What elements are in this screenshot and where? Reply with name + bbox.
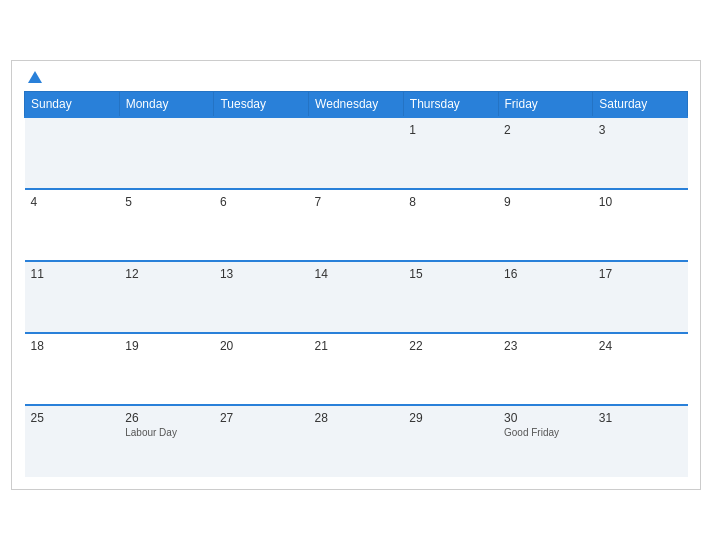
calendar-cell: 27 xyxy=(214,405,309,477)
day-number: 2 xyxy=(504,123,587,137)
calendar-body: 1234567891011121314151617181920212223242… xyxy=(25,117,688,477)
day-number: 19 xyxy=(125,339,208,353)
calendar-cell: 31 xyxy=(593,405,688,477)
calendar-cell: 25 xyxy=(25,405,120,477)
calendar-cell xyxy=(214,117,309,189)
weekday-header: Sunday xyxy=(25,92,120,118)
weekday-header: Monday xyxy=(119,92,214,118)
calendar-cell: 11 xyxy=(25,261,120,333)
calendar-cell: 5 xyxy=(119,189,214,261)
weekday-header: Tuesday xyxy=(214,92,309,118)
day-number: 23 xyxy=(504,339,587,353)
day-number: 15 xyxy=(409,267,492,281)
calendar-week-row: 123 xyxy=(25,117,688,189)
calendar-cell: 26Labour Day xyxy=(119,405,214,477)
calendar-cell: 4 xyxy=(25,189,120,261)
calendar-cell: 17 xyxy=(593,261,688,333)
weekday-header-row: SundayMondayTuesdayWednesdayThursdayFrid… xyxy=(25,92,688,118)
calendar-cell: 21 xyxy=(309,333,404,405)
day-number: 11 xyxy=(31,267,114,281)
day-number: 24 xyxy=(599,339,682,353)
calendar-cell: 23 xyxy=(498,333,593,405)
calendar-cell xyxy=(309,117,404,189)
day-number: 9 xyxy=(504,195,587,209)
day-number: 4 xyxy=(31,195,114,209)
calendar-cell: 29 xyxy=(403,405,498,477)
calendar-cell: 1 xyxy=(403,117,498,189)
calendar-cell: 9 xyxy=(498,189,593,261)
holiday-label: Good Friday xyxy=(504,427,587,438)
calendar-cell xyxy=(119,117,214,189)
day-number: 31 xyxy=(599,411,682,425)
calendar-cell: 12 xyxy=(119,261,214,333)
day-number: 1 xyxy=(409,123,492,137)
weekday-header: Wednesday xyxy=(309,92,404,118)
calendar-cell: 6 xyxy=(214,189,309,261)
day-number: 30 xyxy=(504,411,587,425)
calendar-cell: 13 xyxy=(214,261,309,333)
calendar-cell: 22 xyxy=(403,333,498,405)
day-number: 7 xyxy=(315,195,398,209)
calendar-cell xyxy=(25,117,120,189)
logo-triangle-icon xyxy=(28,71,42,83)
weekday-header: Saturday xyxy=(593,92,688,118)
calendar-week-row: 2526Labour Day27282930Good Friday31 xyxy=(25,405,688,477)
calendar-cell: 20 xyxy=(214,333,309,405)
calendar-table: SundayMondayTuesdayWednesdayThursdayFrid… xyxy=(24,91,688,477)
calendar-cell: 19 xyxy=(119,333,214,405)
day-number: 3 xyxy=(599,123,682,137)
day-number: 14 xyxy=(315,267,398,281)
logo-blue-text xyxy=(24,71,42,83)
calendar-cell: 7 xyxy=(309,189,404,261)
day-number: 22 xyxy=(409,339,492,353)
day-number: 10 xyxy=(599,195,682,209)
calendar-cell: 18 xyxy=(25,333,120,405)
calendar-cell: 14 xyxy=(309,261,404,333)
calendar-cell: 8 xyxy=(403,189,498,261)
calendar-cell: 2 xyxy=(498,117,593,189)
calendar-cell: 15 xyxy=(403,261,498,333)
holiday-label: Labour Day xyxy=(125,427,208,438)
day-number: 5 xyxy=(125,195,208,209)
calendar-week-row: 11121314151617 xyxy=(25,261,688,333)
calendar-container: SundayMondayTuesdayWednesdayThursdayFrid… xyxy=(11,60,701,490)
calendar-cell: 3 xyxy=(593,117,688,189)
day-number: 28 xyxy=(315,411,398,425)
day-number: 25 xyxy=(31,411,114,425)
day-number: 13 xyxy=(220,267,303,281)
day-number: 29 xyxy=(409,411,492,425)
day-number: 27 xyxy=(220,411,303,425)
calendar-week-row: 18192021222324 xyxy=(25,333,688,405)
calendar-week-row: 45678910 xyxy=(25,189,688,261)
weekday-header: Thursday xyxy=(403,92,498,118)
day-number: 6 xyxy=(220,195,303,209)
logo xyxy=(24,71,42,83)
day-number: 17 xyxy=(599,267,682,281)
weekday-header: Friday xyxy=(498,92,593,118)
day-number: 21 xyxy=(315,339,398,353)
calendar-cell: 16 xyxy=(498,261,593,333)
calendar-header xyxy=(24,71,688,83)
day-number: 20 xyxy=(220,339,303,353)
day-number: 16 xyxy=(504,267,587,281)
day-number: 12 xyxy=(125,267,208,281)
calendar-cell: 28 xyxy=(309,405,404,477)
calendar-cell: 30Good Friday xyxy=(498,405,593,477)
calendar-cell: 24 xyxy=(593,333,688,405)
day-number: 18 xyxy=(31,339,114,353)
day-number: 26 xyxy=(125,411,208,425)
calendar-cell: 10 xyxy=(593,189,688,261)
day-number: 8 xyxy=(409,195,492,209)
